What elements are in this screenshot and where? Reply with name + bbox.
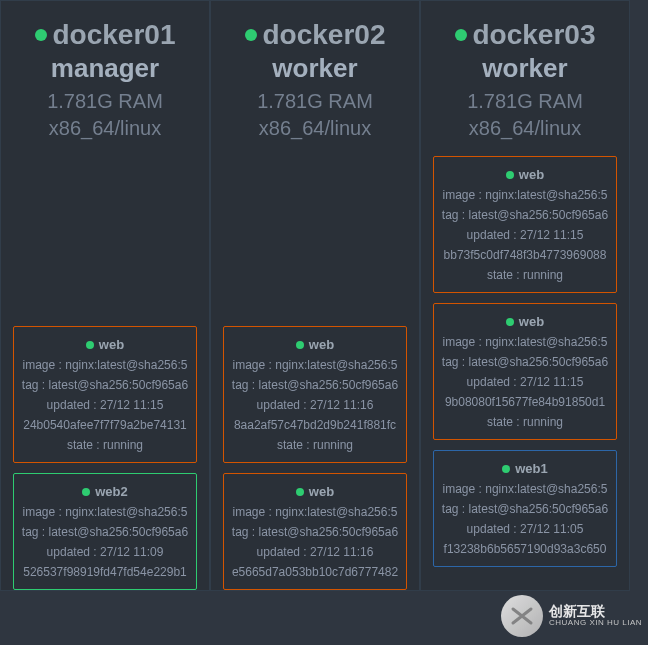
node-name-row: docker02 bbox=[211, 19, 419, 51]
container-title-row: web bbox=[440, 314, 610, 329]
container-card-web[interactable]: web image : nginx:latest@sha256:5 tag : … bbox=[223, 326, 407, 463]
container-title: web1 bbox=[515, 461, 548, 476]
node-header: docker01 manager 1.781G RAM x86_64/linux bbox=[1, 1, 209, 156]
node-header: docker03 worker 1.781G RAM x86_64/linux bbox=[421, 1, 629, 156]
node-grid: docker01 manager 1.781G RAM x86_64/linux… bbox=[0, 0, 648, 591]
status-dot-icon bbox=[502, 465, 510, 473]
node-arch: x86_64/linux bbox=[421, 117, 629, 140]
status-dot-icon bbox=[35, 29, 47, 41]
node-column-docker02: docker02 worker 1.781G RAM x86_64/linux … bbox=[210, 0, 420, 591]
container-hash: f13238b6b5657190d93a3c650 bbox=[440, 542, 610, 556]
containers-list: web image : nginx:latest@sha256:5 tag : … bbox=[1, 156, 209, 590]
container-hash: 8aa2af57c47bd2d9b241f881fc bbox=[230, 418, 400, 432]
watermark: 创新互联 CHUANG XIN HU LIAN bbox=[501, 595, 642, 637]
container-card-web[interactable]: web image : nginx:latest@sha256:5 tag : … bbox=[13, 326, 197, 463]
status-dot-icon bbox=[455, 29, 467, 41]
node-name-row: docker03 bbox=[421, 19, 629, 51]
node-arch: x86_64/linux bbox=[1, 117, 209, 140]
container-title-row: web bbox=[230, 484, 400, 499]
node-name-row: docker01 bbox=[1, 19, 209, 51]
node-header: docker02 worker 1.781G RAM x86_64/linux bbox=[211, 1, 419, 156]
container-hash: 526537f98919fd47fd54e229b1 bbox=[20, 565, 190, 579]
container-card-web[interactable]: web image : nginx:latest@sha256:5 tag : … bbox=[433, 303, 617, 440]
container-image: image : nginx:latest@sha256:5 bbox=[440, 482, 610, 496]
container-image: image : nginx:latest@sha256:5 bbox=[20, 505, 190, 519]
watermark-main: 创新互联 bbox=[549, 604, 642, 619]
status-dot-icon bbox=[296, 488, 304, 496]
node-role: worker bbox=[421, 53, 629, 84]
empty-spacer bbox=[13, 156, 197, 316]
status-dot-icon bbox=[506, 171, 514, 179]
container-updated: updated : 27/12 11:15 bbox=[440, 375, 610, 389]
containers-list: web image : nginx:latest@sha256:5 tag : … bbox=[211, 156, 419, 590]
container-updated: updated : 27/12 11:09 bbox=[20, 545, 190, 559]
node-column-docker01: docker01 manager 1.781G RAM x86_64/linux… bbox=[0, 0, 210, 591]
container-title-row: web bbox=[440, 167, 610, 182]
node-role: worker bbox=[211, 53, 419, 84]
container-image: image : nginx:latest@sha256:5 bbox=[230, 358, 400, 372]
watermark-text: 创新互联 CHUANG XIN HU LIAN bbox=[549, 604, 642, 628]
status-dot-icon bbox=[506, 318, 514, 326]
container-title-row: web bbox=[230, 337, 400, 352]
container-title: web2 bbox=[95, 484, 128, 499]
node-name[interactable]: docker01 bbox=[53, 19, 176, 51]
container-image: image : nginx:latest@sha256:5 bbox=[440, 335, 610, 349]
container-state: state : running bbox=[440, 268, 610, 282]
status-dot-icon bbox=[86, 341, 94, 349]
node-name[interactable]: docker02 bbox=[263, 19, 386, 51]
container-card-web2[interactable]: web2 image : nginx:latest@sha256:5 tag :… bbox=[13, 473, 197, 590]
node-name[interactable]: docker03 bbox=[473, 19, 596, 51]
container-state: state : running bbox=[440, 415, 610, 429]
container-updated: updated : 27/12 11:05 bbox=[440, 522, 610, 536]
container-hash: e5665d7a053bb10c7d6777482 bbox=[230, 565, 400, 579]
container-title: web bbox=[309, 337, 334, 352]
container-title-row: web1 bbox=[440, 461, 610, 476]
container-tag: tag : latest@sha256:50cf965a6 bbox=[440, 355, 610, 369]
containers-list: web image : nginx:latest@sha256:5 tag : … bbox=[421, 156, 629, 567]
container-image: image : nginx:latest@sha256:5 bbox=[440, 188, 610, 202]
container-title: web bbox=[99, 337, 124, 352]
container-state: state : running bbox=[230, 438, 400, 452]
container-card-web1[interactable]: web1 image : nginx:latest@sha256:5 tag :… bbox=[433, 450, 617, 567]
container-tag: tag : latest@sha256:50cf965a6 bbox=[440, 502, 610, 516]
container-title: web bbox=[519, 167, 544, 182]
status-dot-icon bbox=[296, 341, 304, 349]
container-tag: tag : latest@sha256:50cf965a6 bbox=[230, 525, 400, 539]
watermark-logo bbox=[501, 595, 543, 637]
node-ram: 1.781G RAM bbox=[421, 90, 629, 113]
container-title: web bbox=[519, 314, 544, 329]
container-title-row: web2 bbox=[20, 484, 190, 499]
watermark-sub: CHUANG XIN HU LIAN bbox=[549, 619, 642, 628]
empty-spacer bbox=[223, 156, 407, 316]
container-hash: 24b0540afee7f7f79a2be74131 bbox=[20, 418, 190, 432]
container-card-web[interactable]: web image : nginx:latest@sha256:5 tag : … bbox=[433, 156, 617, 293]
container-tag: tag : latest@sha256:50cf965a6 bbox=[230, 378, 400, 392]
node-arch: x86_64/linux bbox=[211, 117, 419, 140]
container-updated: updated : 27/12 11:15 bbox=[20, 398, 190, 412]
node-ram: 1.781G RAM bbox=[211, 90, 419, 113]
container-tag: tag : latest@sha256:50cf965a6 bbox=[20, 525, 190, 539]
container-hash: 9b08080f15677fe84b91850d1 bbox=[440, 395, 610, 409]
node-column-docker03: docker03 worker 1.781G RAM x86_64/linux … bbox=[420, 0, 630, 591]
container-hash: bb73f5c0df748f3b4773969088 bbox=[440, 248, 610, 262]
container-state: state : running bbox=[20, 438, 190, 452]
container-tag: tag : latest@sha256:50cf965a6 bbox=[440, 208, 610, 222]
container-updated: updated : 27/12 11:16 bbox=[230, 398, 400, 412]
container-image: image : nginx:latest@sha256:5 bbox=[20, 358, 190, 372]
container-updated: updated : 27/12 11:16 bbox=[230, 545, 400, 559]
container-image: image : nginx:latest@sha256:5 bbox=[230, 505, 400, 519]
container-title: web bbox=[309, 484, 334, 499]
container-tag: tag : latest@sha256:50cf965a6 bbox=[20, 378, 190, 392]
status-dot-icon bbox=[82, 488, 90, 496]
container-title-row: web bbox=[20, 337, 190, 352]
node-ram: 1.781G RAM bbox=[1, 90, 209, 113]
status-dot-icon bbox=[245, 29, 257, 41]
container-card-web[interactable]: web image : nginx:latest@sha256:5 tag : … bbox=[223, 473, 407, 590]
container-updated: updated : 27/12 11:15 bbox=[440, 228, 610, 242]
node-role: manager bbox=[1, 53, 209, 84]
